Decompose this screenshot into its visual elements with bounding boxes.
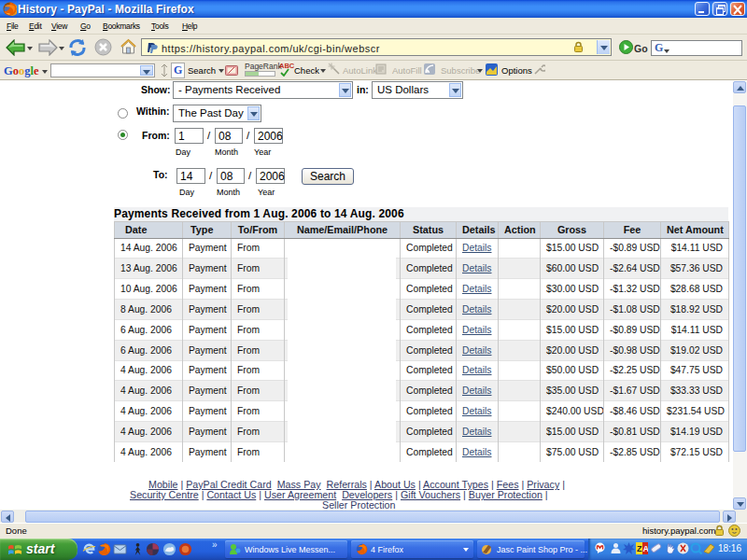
svg-text:Z: Z [637,544,642,553]
svg-text:A: A [643,544,649,553]
